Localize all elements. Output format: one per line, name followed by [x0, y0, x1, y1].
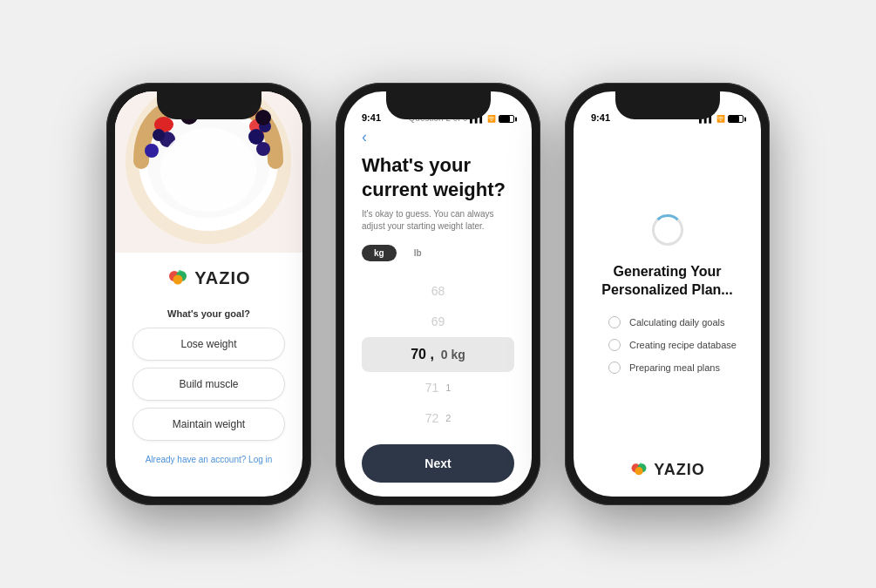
maintain-weight-button[interactable]: Maintain weight	[132, 408, 285, 441]
phones-container: YAZIO What's your goal? Lose weight Buil…	[106, 83, 770, 505]
weight-row-69[interactable]: 69	[362, 307, 514, 338]
weight-value-70-decimal: 0 kg	[441, 348, 465, 362]
lose-weight-button[interactable]: Lose weight	[132, 328, 285, 361]
phone-3: 9:41 ▌▌▌ 🛜 Generating Your Persona	[565, 83, 770, 505]
wifi-icon-2: 🛜	[487, 115, 496, 123]
phone-2-notch	[386, 91, 491, 119]
phone-2-screen: 9:41 Question 2 of 6 ▌▌▌ 🛜 ‹	[344, 91, 532, 497]
yazio-brand-name-3: YAZIO	[654, 461, 704, 479]
loading-spinner	[652, 214, 683, 246]
checklist-item-meal-plans: Preparing meal plans	[608, 362, 744, 374]
weight-value-72: 72	[425, 411, 439, 425]
unit-toggle: kg lb	[362, 245, 514, 261]
weight-row-70-selected[interactable]: 70 , 0 kg	[362, 337, 514, 372]
generating-title: Generating Your Personalized Plan...	[601, 263, 732, 300]
check-circle-recipe	[608, 339, 621, 351]
status-time-3: 9:41	[591, 112, 610, 123]
weight-row-72[interactable]: 72 2	[362, 402, 514, 434]
weight-decimal-72: 2	[445, 413, 451, 423]
unit-kg-button[interactable]: kg	[362, 245, 397, 261]
check-circle-meal-plans	[608, 362, 621, 374]
svg-point-27	[173, 275, 183, 285]
back-button-row: ‹	[362, 128, 514, 146]
status-time-2: 9:41	[362, 112, 381, 123]
unit-lb-button[interactable]: lb	[402, 245, 434, 261]
checklist-label-recipe: Creating recipe database	[629, 340, 737, 350]
weight-row-68[interactable]: 68	[362, 275, 514, 307]
phone-1-screen: YAZIO What's your goal? Lose weight Buil…	[115, 91, 302, 497]
checklist-label-meal-plans: Preparing meal plans	[629, 362, 720, 373]
phone-1-content: YAZIO What's your goal? Lose weight Buil…	[115, 91, 302, 497]
weight-value-70-main: 70 ,	[411, 347, 434, 362]
build-muscle-button[interactable]: Build muscle	[132, 368, 285, 401]
phone-2-content: 9:41 Question 2 of 6 ▌▌▌ 🛜 ‹	[344, 91, 532, 497]
yazio-brand-name-1: YAZIO	[194, 268, 250, 288]
svg-point-30	[635, 467, 643, 475]
checklist: Calculating daily goals Creating recipe …	[591, 316, 744, 374]
svg-point-23	[169, 137, 248, 203]
phone-1-body: YAZIO What's your goal? Lose weight Buil…	[115, 253, 302, 497]
svg-point-15	[153, 129, 165, 141]
phone-3-notch	[615, 91, 720, 119]
weight-value-69: 69	[431, 314, 445, 328]
question-title: What's your current weight?	[362, 153, 514, 201]
svg-point-17	[256, 142, 270, 156]
question-subtitle: It's okay to guess. You can always adjus…	[362, 208, 514, 233]
phone-1: YAZIO What's your goal? Lose weight Buil…	[106, 83, 311, 505]
next-button[interactable]: Next	[362, 444, 514, 483]
weight-value-71: 71	[425, 381, 439, 395]
weight-value-68: 68	[431, 284, 445, 298]
phone-2: 9:41 Question 2 of 6 ▌▌▌ 🛜 ‹	[336, 83, 540, 505]
battery-icon-3	[728, 115, 744, 123]
svg-point-14	[145, 144, 159, 158]
account-prompt: Already have an account? Log in	[146, 455, 273, 464]
login-link[interactable]: Log in	[248, 455, 272, 464]
phone-3-screen: 9:41 ▌▌▌ 🛜 Generating Your Persona	[574, 91, 761, 497]
weight-picker[interactable]: 68 69 70 , 0 kg 71 1 72 2	[362, 275, 514, 434]
phone-1-notch	[157, 91, 261, 119]
battery-icon-2	[499, 115, 514, 123]
weight-decimal-71: 1	[445, 382, 451, 393]
checklist-label-calculating: Calculating daily goals	[629, 317, 724, 328]
weight-row-71[interactable]: 71 1	[362, 372, 514, 403]
svg-point-21	[255, 110, 271, 125]
wifi-icon-3: 🛜	[716, 115, 725, 123]
phone-3-content: 9:41 ▌▌▌ 🛜 Generating Your Persona	[574, 91, 761, 497]
yazio-logo-1: YAZIO	[166, 267, 250, 289]
checklist-item-calculating: Calculating daily goals	[608, 316, 744, 328]
back-button[interactable]: ‹	[362, 125, 367, 149]
checklist-item-recipe: Creating recipe database	[608, 339, 744, 351]
goal-question: What's your goal?	[167, 308, 250, 319]
check-circle-calculating	[608, 316, 621, 328]
phone-3-footer-logo: YAZIO	[629, 460, 704, 479]
loading-section: Generating Your Personalized Plan... Cal…	[591, 128, 744, 460]
